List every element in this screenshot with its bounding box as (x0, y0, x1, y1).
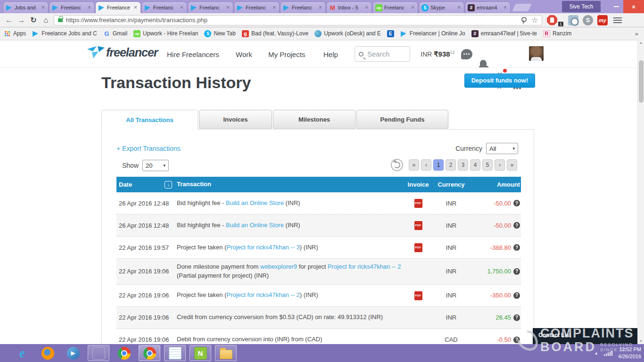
chat-icon[interactable] (461, 49, 472, 59)
new-tab-button[interactable] (512, 4, 531, 11)
bookmark-item[interactable]: RRanzim (543, 30, 572, 37)
bookmark-star-icon[interactable]: ☆ (531, 16, 538, 24)
bookmark-item[interactable]: Upwork (oDesk) and E (314, 30, 381, 37)
sort-icon[interactable]: ↓ (165, 181, 172, 189)
pdf-icon[interactable]: PDF (414, 243, 422, 252)
pdf-icon[interactable]: PDF (414, 199, 422, 208)
bookmark-item[interactable]: #emraan47leaf | 5ive-te (471, 30, 537, 37)
screenshot-extension-icon[interactable] (568, 15, 578, 25)
tab-close-icon[interactable]: × (364, 4, 369, 11)
back-button[interactable]: ← (3, 16, 15, 25)
skype-extension-icon[interactable]: S (583, 15, 593, 25)
currency-select[interactable]: All ▾ (486, 143, 518, 154)
browser-tab[interactable]: Freelance× (95, 1, 141, 13)
nav-work[interactable]: Work (236, 50, 252, 58)
taskbar-item-notepad[interactable] (164, 345, 186, 361)
bookmark-item[interactable]: upUpwork - Hire Freelan (133, 30, 198, 37)
pdf-icon[interactable]: PDF (414, 221, 422, 230)
browser-tab[interactable]: Freelanc× (188, 1, 233, 13)
taskbar-clock[interactable]: 12:52 PM 4/26/2016 (618, 346, 641, 360)
scrollbar-thumb[interactable] (639, 60, 644, 103)
tab-close-icon[interactable]: × (87, 4, 92, 11)
scroll-down-icon[interactable]: ▼ (639, 339, 643, 343)
header-date[interactable]: Date ↓ (116, 181, 177, 189)
help-icon[interactable]: ? (513, 292, 520, 299)
browser-tab[interactable]: upFreelanc× (372, 1, 418, 13)
url-text[interactable]: https://www.freelancer.in/payments/trans… (66, 16, 520, 24)
tab-pending-funds[interactable]: Pending Funds (356, 110, 448, 129)
help-icon[interactable]: ? (513, 337, 520, 343)
vertical-scrollbar[interactable]: ▲ ▼ (637, 40, 644, 344)
network-signal-icon[interactable] (604, 351, 613, 356)
pagination-button[interactable]: 2 (446, 159, 456, 171)
header-invoice[interactable]: Invoice (404, 181, 432, 188)
tab-close-icon[interactable]: × (456, 4, 462, 11)
tab-close-icon[interactable]: × (179, 4, 184, 11)
forward-button[interactable]: → (15, 16, 27, 25)
taskbar-item-wmp[interactable]: ▶ (62, 345, 84, 361)
browser-tab[interactable]: Jobs and× (3, 1, 49, 13)
tab-close-icon[interactable]: × (272, 4, 277, 11)
tab-close-icon[interactable]: × (41, 4, 46, 11)
help-icon[interactable]: ? (513, 268, 520, 275)
bookmarks-overflow-icon[interactable]: » (635, 30, 640, 37)
key-icon[interactable] (520, 17, 527, 24)
taskbar-item-npp[interactable]: N (190, 345, 211, 361)
help-icon[interactable]: ? (513, 200, 520, 206)
tab-close-icon[interactable]: × (133, 4, 138, 11)
nav-help[interactable]: Help (323, 50, 338, 58)
tab-invoices[interactable]: Invoices (199, 110, 272, 129)
transaction-link[interactable]: Build an Online Store (226, 199, 284, 206)
help-icon[interactable]: ? (513, 244, 520, 251)
taskbar-item-paint[interactable] (88, 345, 109, 361)
bookmark-item[interactable]: E (387, 30, 394, 37)
pagination-button[interactable]: 5 (482, 159, 493, 171)
tray-expand-icon[interactable]: ▲ (594, 351, 598, 355)
help-icon[interactable]: ? (513, 314, 520, 321)
browser-tab[interactable]: MInbox - 5× (326, 1, 372, 13)
bookmark-item[interactable]: Freelancer | Online Jo (400, 30, 465, 37)
adblock-extension-icon[interactable] (547, 15, 557, 25)
user-avatar[interactable] (529, 46, 544, 61)
browser-tab[interactable]: SSkype× (419, 1, 464, 13)
bookmark-item[interactable]: gBad (feat. Vassy)-Love (242, 30, 308, 37)
pagination-button[interactable]: » (507, 159, 517, 171)
tab-all-transactions[interactable]: All Transactions (101, 110, 198, 130)
bookmark-item[interactable]: Apps (4, 30, 26, 37)
home-button[interactable]: ⌂ (40, 16, 52, 25)
browser-tab[interactable]: Freelanc× (234, 1, 280, 13)
bookmark-item[interactable]: Freelance Jobs and C (32, 30, 97, 37)
tab-close-icon[interactable]: × (410, 4, 415, 11)
contact-list-window[interactable]: Contact List (533, 328, 637, 344)
deposit-funds-button[interactable]: Deposit funds now! (464, 74, 535, 88)
browser-menu-icon[interactable] (613, 17, 622, 19)
pagination-button[interactable]: « (409, 159, 419, 171)
tab-close-icon[interactable]: × (318, 4, 323, 11)
minimize-button[interactable] (608, 0, 624, 13)
site-search-input[interactable]: Search (355, 46, 410, 62)
pdf-icon[interactable]: PDF (414, 291, 422, 300)
header-transaction[interactable]: Transaction (177, 180, 404, 189)
pagination-button[interactable]: 3 (458, 159, 468, 171)
browser-tab[interactable]: Freelanc× (280, 1, 326, 13)
refresh-icon[interactable] (391, 159, 403, 171)
scroll-up-icon[interactable]: ▲ (639, 41, 643, 44)
tab-close-icon[interactable]: × (225, 4, 231, 11)
my-extension-icon[interactable]: my (597, 15, 608, 25)
transaction-link[interactable]: Project for ricks47khan -- 3 (227, 244, 300, 251)
header-currency[interactable]: Currency (432, 181, 470, 188)
header-amount[interactable]: Amount (470, 181, 521, 188)
pagination-button[interactable]: 4 (470, 159, 480, 171)
show-select[interactable]: 20 ▾ (142, 160, 169, 171)
tab-close-icon[interactable]: × (503, 4, 508, 11)
nav-hire-freelancers[interactable]: Hire Freelancers (167, 50, 219, 58)
transaction-link[interactable]: Build an Online Store (226, 222, 284, 229)
taskbar-item-firefox[interactable] (37, 345, 58, 361)
export-transactions-link[interactable]: + Export Transactions (116, 145, 181, 152)
reload-button[interactable]: ↻ (27, 16, 40, 25)
transaction-link[interactable]: webexplorer9 (260, 263, 297, 270)
pagination-button[interactable]: ‹ (421, 159, 431, 171)
bookmark-item[interactable]: SNew Tab (204, 30, 235, 37)
bookmark-item[interactable]: GGmail (103, 30, 127, 37)
freelancer-logo[interactable]: freelancer (86, 45, 158, 59)
